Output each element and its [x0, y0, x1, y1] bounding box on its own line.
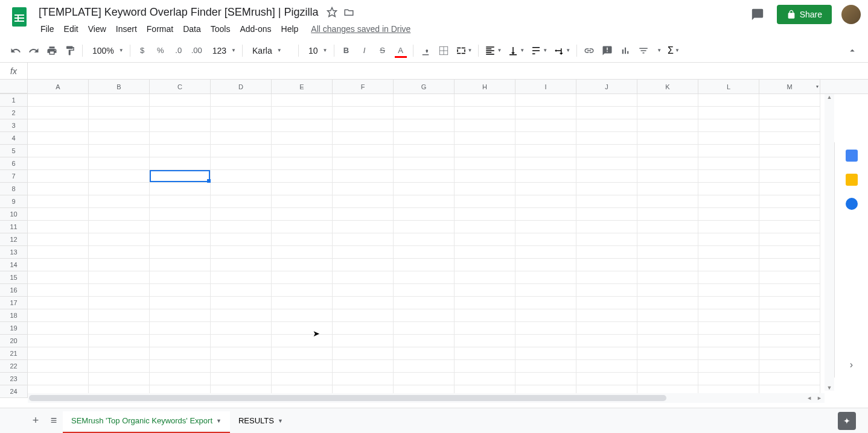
cell-C11[interactable]	[150, 221, 211, 233]
cell-B8[interactable]	[89, 183, 150, 195]
cell-A6[interactable]	[28, 157, 89, 170]
cell-D21[interactable]	[211, 347, 272, 360]
cell-H12[interactable]	[455, 233, 515, 246]
cell-G20[interactable]	[394, 335, 455, 347]
cell-L14[interactable]	[698, 259, 759, 271]
calendar-addon-icon[interactable]	[846, 150, 858, 162]
cell-A1[interactable]	[28, 94, 89, 107]
cell-F19[interactable]	[333, 322, 394, 335]
decrease-decimal-icon[interactable]: .0	[170, 42, 187, 59]
cell-K3[interactable]	[637, 119, 698, 132]
cell-I22[interactable]	[515, 360, 576, 373]
cell-A11[interactable]	[28, 221, 89, 233]
menu-tools[interactable]: Tools	[206, 22, 235, 36]
cell-M5[interactable]	[759, 145, 820, 157]
cell-G6[interactable]	[394, 157, 455, 170]
cell-M2[interactable]	[759, 107, 820, 119]
cell-E15[interactable]	[272, 271, 333, 284]
cell-J10[interactable]	[576, 208, 637, 221]
cell-F8[interactable]	[333, 183, 394, 195]
cell-C18[interactable]	[150, 309, 211, 322]
v-align-icon[interactable]: ▼	[505, 44, 527, 57]
cell-G23[interactable]	[394, 373, 455, 385]
cell-E20[interactable]	[272, 335, 333, 347]
cell-J2[interactable]	[576, 107, 637, 119]
cell-M15[interactable]	[759, 271, 820, 284]
cell-A9[interactable]	[28, 195, 89, 208]
cell-J6[interactable]	[576, 157, 637, 170]
row-header-8[interactable]: 8	[0, 183, 28, 195]
cell-F23[interactable]	[333, 373, 394, 385]
row-header-9[interactable]: 9	[0, 195, 28, 208]
cell-G13[interactable]	[394, 246, 455, 259]
column-header-I[interactable]: I	[515, 80, 576, 93]
cell-H13[interactable]	[455, 246, 515, 259]
cell-G4[interactable]	[394, 132, 455, 145]
cell-B11[interactable]	[89, 221, 150, 233]
h-align-icon[interactable]: ▼	[482, 44, 504, 57]
cell-L2[interactable]	[698, 107, 759, 119]
cell-D13[interactable]	[211, 246, 272, 259]
cell-E22[interactable]	[272, 360, 333, 373]
cell-D1[interactable]	[211, 94, 272, 107]
cell-C19[interactable]	[150, 322, 211, 335]
cell-I9[interactable]	[515, 195, 576, 208]
cell-M9[interactable]	[759, 195, 820, 208]
cell-E23[interactable]	[272, 373, 333, 385]
cell-A10[interactable]	[28, 208, 89, 221]
row-header-16[interactable]: 16	[0, 284, 28, 297]
row-header-10[interactable]: 10	[0, 208, 28, 221]
cell-L12[interactable]	[698, 233, 759, 246]
cell-C23[interactable]	[150, 373, 211, 385]
cell-H2[interactable]	[455, 107, 515, 119]
cell-H6[interactable]	[455, 157, 515, 170]
vertical-scrollbar[interactable]: ▲▼	[825, 94, 834, 391]
row-header-6[interactable]: 6	[0, 157, 28, 170]
cell-D11[interactable]	[211, 221, 272, 233]
row-header-11[interactable]: 11	[0, 221, 28, 233]
cell-F18[interactable]	[333, 309, 394, 322]
cell-C4[interactable]	[150, 132, 211, 145]
cell-K1[interactable]	[637, 94, 698, 107]
cell-H15[interactable]	[455, 271, 515, 284]
row-header-14[interactable]: 14	[0, 259, 28, 271]
cell-M16[interactable]	[759, 284, 820, 297]
cell-B23[interactable]	[89, 373, 150, 385]
cell-J8[interactable]	[576, 183, 637, 195]
cell-H21[interactable]	[455, 347, 515, 360]
cell-D2[interactable]	[211, 107, 272, 119]
cell-M18[interactable]	[759, 309, 820, 322]
cell-A19[interactable]	[28, 322, 89, 335]
text-rotate-icon[interactable]: ▼	[551, 44, 573, 57]
cell-K2[interactable]	[637, 107, 698, 119]
cell-F15[interactable]	[333, 271, 394, 284]
cell-K13[interactable]	[637, 246, 698, 259]
cell-K7[interactable]	[637, 170, 698, 183]
row-header-23[interactable]: 23	[0, 373, 28, 385]
column-header-D[interactable]: D	[211, 80, 272, 93]
cell-C9[interactable]	[150, 195, 211, 208]
cell-L11[interactable]	[698, 221, 759, 233]
cell-C6[interactable]	[150, 157, 211, 170]
filter-icon[interactable]	[635, 42, 652, 59]
cell-L16[interactable]	[698, 284, 759, 297]
cell-L3[interactable]	[698, 119, 759, 132]
user-avatar[interactable]	[841, 5, 861, 24]
cell-I18[interactable]	[515, 309, 576, 322]
row-header-22[interactable]: 22	[0, 360, 28, 373]
cell-E18[interactable]	[272, 309, 333, 322]
cell-F10[interactable]	[333, 208, 394, 221]
cell-C14[interactable]	[150, 259, 211, 271]
cell-H4[interactable]	[455, 132, 515, 145]
cell-K20[interactable]	[637, 335, 698, 347]
cell-L22[interactable]	[698, 360, 759, 373]
cell-F6[interactable]	[333, 157, 394, 170]
sheet-tab[interactable]: SEMrush 'Top Organic Keywords' Export▼	[63, 411, 230, 430]
undo-icon[interactable]	[7, 42, 24, 59]
move-folder-icon[interactable]	[343, 6, 355, 18]
row-header-3[interactable]: 3	[0, 119, 28, 132]
menu-addons[interactable]: Add-ons	[235, 22, 275, 36]
cell-D3[interactable]	[211, 119, 272, 132]
menu-edit[interactable]: Edit	[60, 22, 83, 36]
cell-H16[interactable]	[455, 284, 515, 297]
